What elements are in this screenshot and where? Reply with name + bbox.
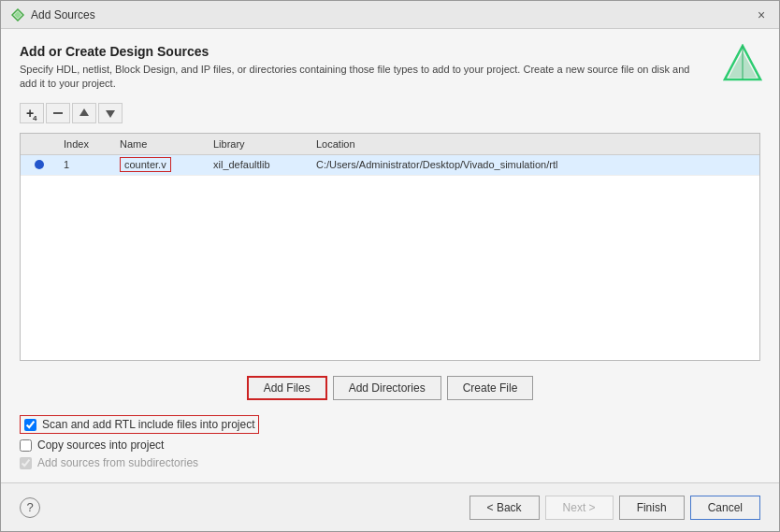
back-button[interactable]: < Back <box>469 496 540 520</box>
copy-sources-label: Copy sources into project <box>37 439 164 452</box>
row-library: xil_defaultlib <box>208 157 311 172</box>
copy-sources-checkbox[interactable] <box>20 439 32 452</box>
main-content: Add or Create Design Sources Specify HDL… <box>1 29 779 482</box>
add-subdir-row: Add sources from subdirectories <box>20 456 760 469</box>
vivado-logo <box>723 44 760 81</box>
row-index: 1 <box>58 157 114 172</box>
header-title: Add or Create Design Sources <box>20 44 723 59</box>
options-section: Scan and add RTL include files into proj… <box>20 411 760 473</box>
footer-left: ? <box>20 497 40 518</box>
svg-marker-8 <box>79 108 89 116</box>
move-up-button[interactable] <box>72 103 96 123</box>
col-header-location: Location <box>311 137 759 151</box>
table-header: Index Name Library Location <box>21 134 759 155</box>
add-subdir-label: Add sources from subdirectories <box>37 456 198 469</box>
footer-right: < Back Next > Finish Cancel <box>469 496 760 520</box>
header-text: Add or Create Design Sources Specify HDL… <box>20 44 723 92</box>
dialog-footer: ? < Back Next > Finish Cancel <box>1 482 779 531</box>
help-button[interactable]: ? <box>20 497 40 518</box>
table-body: 1 counter.v xil_defaultlib C:/Users/Admi… <box>21 155 759 360</box>
sources-table: Index Name Library Location 1 counter.v … <box>20 133 760 361</box>
scan-rtl-checkbox[interactable] <box>24 419 36 431</box>
add-directories-button[interactable]: Add Directories <box>333 376 441 400</box>
header-section: Add or Create Design Sources Specify HDL… <box>20 44 760 92</box>
create-file-button[interactable]: Create File <box>447 376 534 400</box>
remove-source-button[interactable] <box>46 103 70 123</box>
status-dot <box>35 160 44 169</box>
scan-rtl-label: Scan and add RTL include files into proj… <box>42 418 254 431</box>
app-icon <box>10 7 25 22</box>
add-files-button[interactable]: Add Files <box>247 376 327 400</box>
col-header-library: Library <box>208 137 311 151</box>
row-status <box>21 158 58 171</box>
cancel-button[interactable]: Cancel <box>690 496 760 520</box>
dialog-title: Add Sources <box>31 8 95 22</box>
action-buttons-row: Add Files Add Directories Create File <box>20 368 760 404</box>
table-row[interactable]: 1 counter.v xil_defaultlib C:/Users/Admi… <box>21 155 759 176</box>
col-header-status <box>21 137 58 151</box>
col-header-name: Name <box>114 137 208 151</box>
copy-sources-row: Copy sources into project <box>20 439 760 452</box>
row-location: C:/Users/Administrator/Desktop/Vivado_si… <box>311 157 759 172</box>
svg-rect-7 <box>53 112 63 114</box>
row-name: counter.v <box>114 155 208 174</box>
finish-button[interactable]: Finish <box>619 496 685 520</box>
next-button: Next > <box>545 496 614 520</box>
svg-marker-9 <box>106 110 115 118</box>
title-bar: Add Sources × <box>1 1 779 29</box>
add-subdir-checkbox <box>20 457 32 469</box>
header-description: Specify HDL, netlist, Block Design, and … <box>20 63 693 92</box>
add-source-button[interactable]: + 4 <box>20 103 44 123</box>
toolbar: + 4 <box>20 99 760 125</box>
file-name-highlighted: counter.v <box>120 157 171 172</box>
move-down-button[interactable] <box>98 103 123 123</box>
title-bar-left: Add Sources <box>10 7 95 22</box>
scan-rtl-row: Scan and add RTL include files into proj… <box>20 415 259 434</box>
col-header-index: Index <box>58 137 114 151</box>
add-sources-dialog: Add Sources × Add or Create Design Sourc… <box>0 0 780 532</box>
close-button[interactable]: × <box>753 7 770 23</box>
svg-text:4: 4 <box>33 114 37 121</box>
